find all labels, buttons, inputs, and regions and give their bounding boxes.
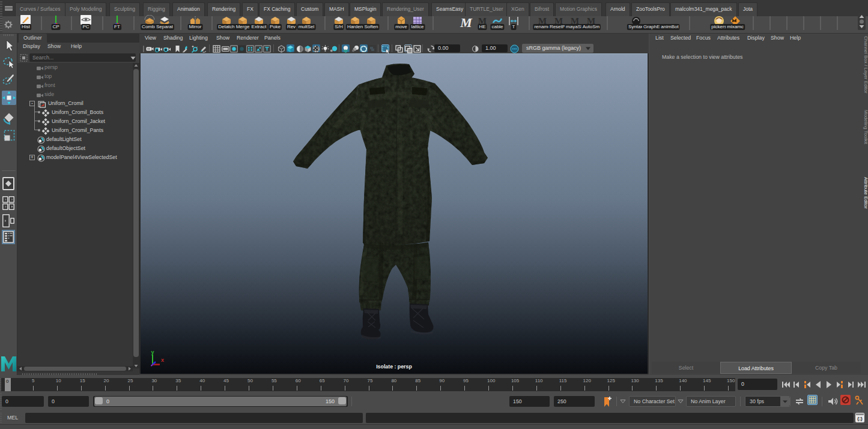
svg-text:M: M xyxy=(460,15,473,29)
svg-text:x: x xyxy=(161,357,164,363)
svg-text:y: y xyxy=(151,349,154,355)
